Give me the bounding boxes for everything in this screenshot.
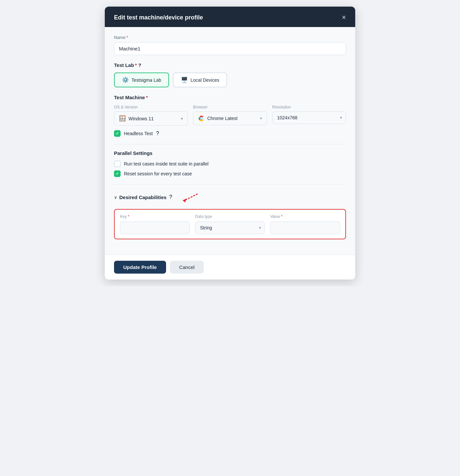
divider-1 [114,144,346,144]
capabilities-title: Desired Capabilities [119,194,166,200]
cap-key-input[interactable] [120,222,190,234]
test-lab-title: Test Lab* ? [114,62,346,68]
test-lab-help-icon[interactable]: ? [138,62,141,68]
browser-select-wrapper: Chrome Latest Firefox Latest Edge Latest… [193,111,267,125]
cancel-button[interactable]: Cancel [170,261,204,274]
resolution-dropdown-group: Resolution 1024x768 1280x1024 1920x1080 … [272,105,346,126]
os-dropdown-group: OS & Version 🪟 Windows 11 Windows 10 mac… [114,105,188,126]
os-select[interactable]: Windows 11 Windows 10 macOS [129,116,178,121]
parallel-option2-checkbox[interactable] [114,170,121,177]
modal-header: Edit test machine/device profile × [105,7,355,27]
os-select-wrapper: 🪟 Windows 11 Windows 10 macOS ▾ [114,111,188,126]
cap-datatype-label: Data type [195,214,265,219]
parallel-option1-checkbox[interactable] [114,161,121,167]
browser-select[interactable]: Chrome Latest Firefox Latest Edge Latest [207,116,257,121]
cap-datatype-select[interactable]: String Boolean Number [195,222,265,234]
modal-footer: Update Profile Cancel [105,254,355,280]
name-input[interactable] [114,42,346,55]
close-button[interactable]: × [342,14,346,21]
name-section: Name* [114,35,346,55]
local-devices-button[interactable]: 🖥️ Local Devices [173,73,227,87]
parallel-settings-section: Parallel Settings Run test cases inside … [114,150,346,177]
browser-dropdown-group: Browser Chrome Latest Firefox La [193,105,267,126]
resolution-label: Resolution [272,105,346,109]
capabilities-chevron-icon: ∨ [114,195,117,200]
name-label: Name* [114,35,346,40]
test-machine-section: Test Machine* OS & Version 🪟 Windows 11 … [114,95,346,137]
local-devices-icon: 🖥️ [181,76,188,83]
parallel-option2-label: Reset session for every test case [124,171,192,176]
desired-capabilities-section: ∨ Desired Capabilities ? Key* [114,191,346,239]
headless-test-label: Headless Test [124,131,153,136]
windows-icon: 🪟 [119,115,126,122]
cap-datatype-wrapper: String Boolean Number ▾ [195,222,265,234]
cap-key-group: Key* [120,214,190,234]
test-machine-title: Test Machine* [114,95,346,100]
cap-value-label: Value* [270,214,340,219]
parallel-option2-row: Reset session for every test case [114,170,346,177]
cap-value-group: Value* [270,214,340,234]
capabilities-toggle[interactable]: ∨ Desired Capabilities [114,194,166,200]
headless-test-row: Headless Test ? [114,130,346,137]
testsigma-lab-button[interactable]: ⚙️ Testsigma Lab [114,73,169,87]
machine-dropdowns: OS & Version 🪟 Windows 11 Windows 10 mac… [114,105,346,126]
cap-value-input[interactable] [270,222,340,234]
test-lab-section: Test Lab* ? ⚙️ Testsigma Lab 🖥️ Local De… [114,62,346,87]
capabilities-help-icon[interactable]: ? [169,194,172,200]
svg-marker-3 [183,198,187,202]
test-lab-buttons: ⚙️ Testsigma Lab 🖥️ Local Devices [114,73,346,87]
cap-key-label: Key* [120,214,190,219]
capabilities-row: Key* Data type String Boolean Number ▾ [114,209,346,239]
edit-profile-modal: Edit test machine/device profile × Name*… [105,7,355,280]
modal-title: Edit test machine/device profile [114,14,203,21]
update-profile-button[interactable]: Update Profile [114,261,166,274]
capabilities-header: ∨ Desired Capabilities ? [114,191,346,204]
browser-label: Browser [193,105,267,109]
divider-2 [114,184,346,185]
os-chevron-icon: ▾ [181,116,183,121]
browser-chevron-icon: ▾ [260,116,262,121]
headless-test-checkbox[interactable] [114,130,121,137]
resolution-select-wrapper: 1024x768 1280x1024 1920x1080 ▾ [272,111,346,124]
os-label: OS & Version [114,105,188,109]
testsigma-lab-icon: ⚙️ [122,76,129,83]
red-arrow-annotation [178,191,204,204]
resolution-select[interactable]: 1024x768 1280x1024 1920x1080 [272,111,346,124]
svg-point-1 [200,117,202,119]
parallel-option1-row: Run test cases inside test suite in para… [114,161,346,167]
parallel-settings-title: Parallel Settings [114,150,346,156]
chrome-icon [198,115,205,122]
svg-line-2 [185,194,198,200]
headless-help-icon[interactable]: ? [156,131,159,136]
parallel-option1-label: Run test cases inside test suite in para… [124,161,209,166]
modal-body: Name* Test Lab* ? ⚙️ Testsigma Lab 🖥️ Lo… [105,27,355,254]
cap-datatype-group: Data type String Boolean Number ▾ [195,214,265,234]
